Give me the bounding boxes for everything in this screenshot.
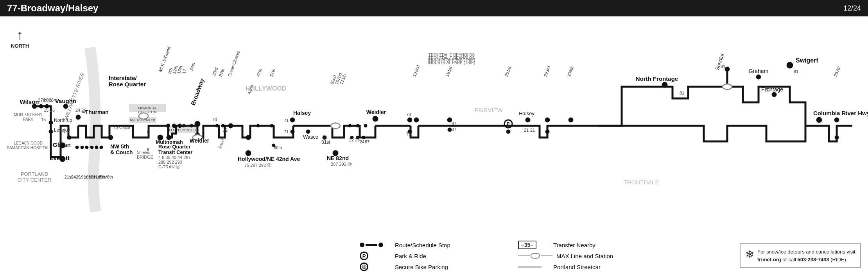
svg-text:71: 71 bbox=[284, 129, 289, 134]
svg-text:P: P bbox=[507, 121, 509, 126]
svg-text:21: 21 bbox=[530, 128, 535, 132]
svg-text:15: 15 bbox=[41, 117, 46, 122]
svg-point-75 bbox=[373, 116, 378, 121]
svg-text:INDUSTRIAL PARK (TRIP): INDUSTRIAL PARK (TRIP) bbox=[428, 57, 475, 62]
svg-point-64 bbox=[270, 124, 273, 127]
svg-point-81 bbox=[414, 118, 419, 122]
svg-text:Weidler: Weidler bbox=[190, 138, 210, 144]
legend-route-stop: Route/Schedule Stop bbox=[360, 241, 506, 249]
legend-streetcar: Portland Streetcar bbox=[518, 262, 665, 271]
legend-park-ride: P Park & Ride bbox=[360, 252, 506, 260]
svg-point-41 bbox=[75, 146, 79, 149]
svg-text:201st: 201st bbox=[504, 66, 512, 77]
svg-point-37 bbox=[49, 130, 53, 134]
svg-point-90 bbox=[569, 118, 573, 122]
svg-text:Swigert: Swigert bbox=[796, 57, 818, 64]
svg-text:BRIDGE: BRIDGE bbox=[137, 155, 153, 159]
svg-text:Wasco: Wasco bbox=[303, 134, 318, 140]
svg-point-61 bbox=[246, 135, 251, 140]
svg-point-72 bbox=[348, 124, 352, 127]
map-area: ↑ NORTH WILLAMETTE RIVER STEEL BRIDGE To… bbox=[0, 16, 868, 275]
svg-text:Halsey: Halsey bbox=[293, 110, 311, 116]
svg-point-63 bbox=[246, 150, 251, 156]
svg-point-66 bbox=[290, 118, 295, 122]
svg-text:122nd: 122nd bbox=[412, 64, 421, 77]
svg-text:287 292 Ⓑ: 287 292 Ⓑ bbox=[331, 162, 352, 166]
svg-point-74 bbox=[364, 124, 367, 127]
legend-secure-bike: Ⓑ Secure Bike Parking bbox=[360, 262, 506, 271]
svg-point-89 bbox=[545, 130, 549, 134]
svg-point-95 bbox=[725, 67, 730, 71]
svg-text:CITY CENTER: CITY CENTER bbox=[18, 177, 51, 183]
svg-text:81: 81 bbox=[766, 88, 770, 92]
svg-text:Rose Quarter: Rose Quarter bbox=[109, 81, 146, 88]
svg-text:Hollywood/NE 42nd Ave: Hollywood/NE 42nd Ave bbox=[238, 156, 300, 162]
svg-text:TROUTDALE REYNOLDS: TROUTDALE REYNOLDS bbox=[429, 53, 475, 57]
svg-text:81: 81 bbox=[794, 69, 798, 74]
svg-text:MEMORIAL: MEMORIAL bbox=[138, 106, 157, 110]
svg-point-44 bbox=[90, 146, 93, 149]
svg-point-68 bbox=[306, 130, 310, 134]
snow-ice-box: ❄ For snow/ice detours and cancellations… bbox=[740, 243, 861, 268]
svg-point-100 bbox=[331, 123, 340, 129]
svg-text:LLOYD CENTER: LLOYD CENTER bbox=[169, 128, 196, 132]
svg-text:81: 81 bbox=[680, 91, 684, 95]
svg-point-42 bbox=[81, 146, 84, 149]
svg-text:C-TRAN Ⓑ: C-TRAN Ⓑ bbox=[158, 164, 180, 169]
svg-text:12: 12 bbox=[223, 128, 228, 132]
svg-point-53 bbox=[195, 121, 200, 127]
snow-text: For snow/ice detours and cancellations v… bbox=[757, 249, 855, 262]
svg-text:Halsey: Halsey bbox=[519, 111, 534, 116]
svg-text:37th: 37th bbox=[218, 68, 226, 77]
svg-point-55 bbox=[190, 124, 193, 127]
svg-point-94 bbox=[787, 62, 793, 68]
svg-text:24: 24 bbox=[360, 139, 364, 144]
svg-text:Lovejoy: Lovejoy bbox=[54, 127, 70, 133]
svg-text:MONTGOMERY: MONTGOMERY bbox=[14, 112, 43, 117]
svg-text:North Frontage: North Frontage bbox=[636, 75, 678, 82]
svg-point-36 bbox=[49, 121, 53, 125]
svg-text:PARK: PARK bbox=[23, 117, 34, 121]
svg-text:181st: 181st bbox=[445, 66, 453, 77]
svg-point-93 bbox=[756, 75, 761, 79]
svg-text:Wilson: Wilson bbox=[20, 98, 39, 105]
svg-point-45 bbox=[95, 146, 98, 149]
svg-text:87: 87 bbox=[452, 121, 456, 126]
svg-text:Columbia River Hwy: Columbia River Hwy bbox=[813, 110, 868, 116]
svg-point-50 bbox=[166, 124, 170, 128]
legend-transfer-nearby: –35– Transfer Nearby bbox=[518, 241, 665, 249]
svg-text:238th: 238th bbox=[567, 66, 575, 77]
svg-point-79 bbox=[407, 118, 412, 122]
svg-text:24th: 24th bbox=[189, 62, 196, 71]
svg-text:33rd: 33rd bbox=[212, 67, 219, 77]
svg-text:21: 21 bbox=[524, 128, 529, 132]
svg-point-101 bbox=[723, 84, 732, 89]
svg-point-88 bbox=[545, 118, 550, 122]
svg-point-87 bbox=[525, 118, 530, 122]
route-map-svg: WILLAMETTE RIVER STEEL BRIDGE To OMSI PO… bbox=[0, 16, 868, 275]
svg-point-83 bbox=[448, 128, 452, 132]
svg-text:87: 87 bbox=[365, 139, 369, 144]
svg-point-49 bbox=[139, 113, 148, 119]
svg-text:57th: 57th bbox=[269, 68, 276, 77]
snow-icon: ❄ bbox=[745, 248, 754, 261]
svg-text:47th: 47th bbox=[256, 68, 263, 77]
svg-text:Vaughn: Vaughn bbox=[55, 98, 76, 104]
svg-point-40 bbox=[67, 136, 71, 139]
svg-point-60 bbox=[221, 124, 224, 127]
legend-container: Route/Schedule Stop –35– Transfer Nearby… bbox=[360, 241, 665, 271]
svg-point-58 bbox=[215, 124, 219, 127]
svg-text:Weidler: Weidler bbox=[366, 109, 386, 115]
svg-text:288 292 293: 288 292 293 bbox=[158, 160, 182, 164]
svg-text:Cesar Chavez: Cesar Chavez bbox=[227, 50, 241, 77]
svg-point-46 bbox=[100, 146, 103, 149]
svg-text:6: 6 bbox=[147, 147, 149, 152]
svg-text:70: 70 bbox=[212, 117, 217, 122]
svg-text:257th: 257th bbox=[833, 66, 841, 77]
page-number: 12/24 bbox=[843, 4, 861, 12]
svg-point-52 bbox=[178, 124, 182, 128]
svg-point-78 bbox=[362, 136, 365, 139]
svg-point-62 bbox=[256, 124, 260, 127]
svg-text:TROUTDALE: TROUTDALE bbox=[624, 179, 659, 186]
svg-text:223rd: 223rd bbox=[543, 65, 551, 77]
